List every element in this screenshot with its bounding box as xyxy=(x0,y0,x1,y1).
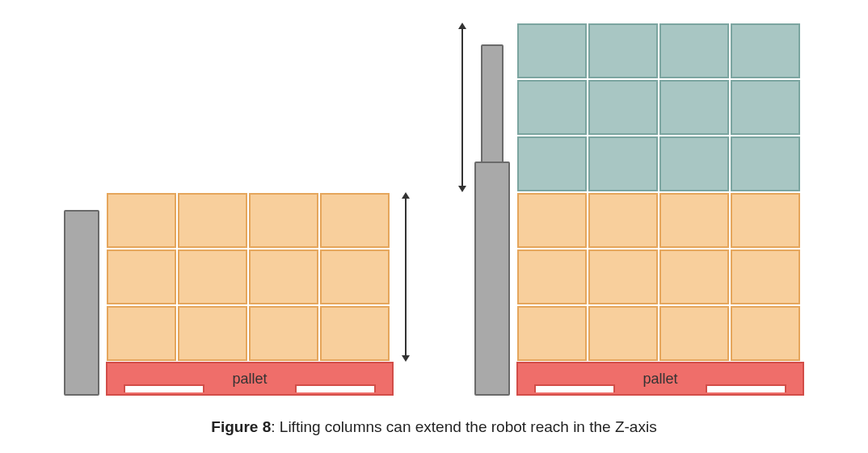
box-orange xyxy=(249,193,318,248)
box-teal xyxy=(588,23,658,78)
pallet-slot xyxy=(124,384,204,392)
box-orange xyxy=(517,250,587,304)
box-row xyxy=(106,249,394,305)
box-orange xyxy=(178,250,247,304)
box-orange xyxy=(249,250,318,304)
box-teal xyxy=(659,136,729,191)
scene-right: pallet xyxy=(450,23,804,396)
box-orange xyxy=(517,193,587,248)
caption-prefix: Figure 8 xyxy=(211,418,271,435)
box-orange xyxy=(731,250,800,304)
box-orange xyxy=(588,193,658,248)
box-teal xyxy=(588,136,658,191)
boxes-left xyxy=(106,192,394,362)
box-row xyxy=(106,192,394,249)
lifting-column-right xyxy=(474,161,510,396)
box-row xyxy=(516,305,804,362)
pallet-slot xyxy=(295,384,376,392)
box-orange xyxy=(731,193,800,248)
box-orange xyxy=(320,306,390,361)
box-teal xyxy=(731,80,800,135)
stack-right: pallet xyxy=(516,23,804,396)
pallet-slot xyxy=(534,384,615,392)
reach-arrow-icon xyxy=(405,197,407,357)
box-teal xyxy=(659,80,729,135)
box-row xyxy=(516,192,804,249)
boxes-right xyxy=(516,23,804,362)
box-orange xyxy=(320,250,390,304)
box-orange xyxy=(107,306,176,361)
box-orange xyxy=(588,250,658,304)
box-teal xyxy=(731,136,800,191)
diagram-wrap: pallet pallet xyxy=(16,24,852,396)
box-orange xyxy=(178,193,247,248)
box-orange xyxy=(249,306,318,361)
box-orange xyxy=(107,250,176,304)
pallet-right: pallet xyxy=(516,362,804,396)
box-teal xyxy=(659,23,729,78)
stack-left: pallet xyxy=(106,192,394,396)
caption-text: : Lifting columns can extend the robot r… xyxy=(271,418,656,435)
box-orange xyxy=(659,193,729,248)
box-row xyxy=(516,23,804,79)
arrow-right-of-left xyxy=(394,192,418,396)
box-row xyxy=(516,79,804,136)
box-orange xyxy=(107,193,176,248)
box-teal xyxy=(731,23,800,78)
figure-caption: Figure 8: Lifting columns can extend the… xyxy=(16,418,852,436)
box-teal xyxy=(517,136,587,191)
box-orange xyxy=(178,306,247,361)
box-row xyxy=(516,249,804,305)
box-teal xyxy=(517,80,587,135)
pallet-left: pallet xyxy=(106,362,394,396)
scene-left: pallet xyxy=(64,192,418,396)
reach-arrow-icon xyxy=(461,27,463,187)
box-orange xyxy=(659,250,729,304)
box-teal xyxy=(517,23,587,78)
box-teal xyxy=(588,80,658,135)
box-orange xyxy=(659,306,729,361)
box-row xyxy=(516,136,804,192)
box-orange xyxy=(320,193,390,248)
box-row xyxy=(106,305,394,362)
box-orange xyxy=(517,306,587,361)
pallet-slots xyxy=(107,384,392,396)
lifting-column-right-assembly xyxy=(474,161,510,396)
box-orange xyxy=(588,306,658,361)
lifting-column-left xyxy=(64,210,99,396)
box-orange xyxy=(731,306,800,361)
pallet-slot xyxy=(706,384,786,392)
arrow-left-of-right xyxy=(450,23,474,396)
pallet-slots xyxy=(518,384,803,396)
